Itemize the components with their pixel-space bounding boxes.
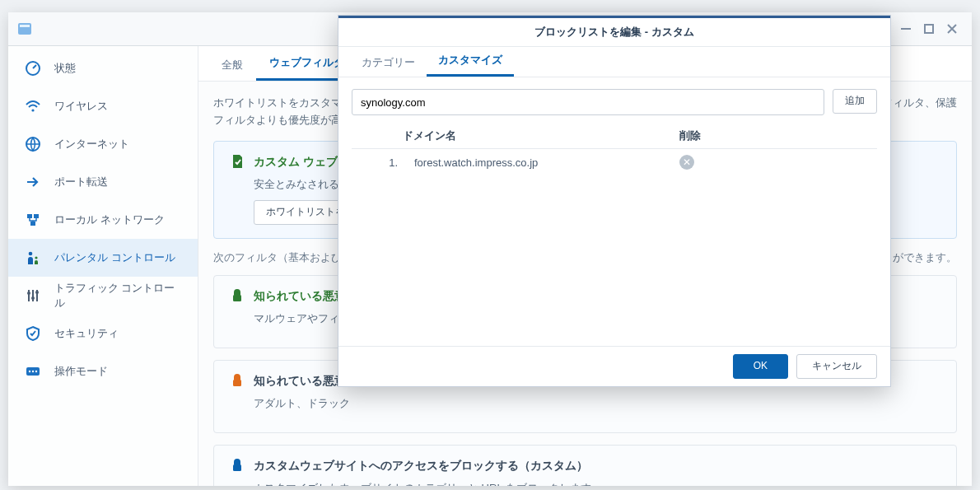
card-subtitle: アダルト、ドラック (254, 396, 941, 411)
svg-point-12 (27, 292, 30, 295)
domain-table-header: ドメイン名 削除 (352, 124, 877, 149)
minimize-button[interactable] (894, 17, 917, 40)
tab-general[interactable]: 全般 (208, 49, 256, 81)
shield-icon (23, 325, 43, 342)
sidebar-item-wireless[interactable]: ワイヤレス (8, 87, 198, 125)
card-subtitle: カスタマイズしたウェブサイトのカテゴリーと URL をブロックします。 (254, 481, 941, 486)
modal-tab-category[interactable]: カテゴリー (350, 49, 427, 77)
svg-point-14 (35, 291, 39, 294)
card-title: カスタムウェブサイトへのアクセスをブロックする（カスタム） (254, 459, 588, 474)
lock-orange-icon (229, 372, 245, 391)
svg-rect-8 (34, 214, 39, 218)
col-domain: ドメイン名 (398, 128, 674, 143)
sidebar-item-label: ワイヤレス (54, 99, 108, 114)
sidebar-item-traffic-control[interactable]: トラフィック コントロール (8, 277, 198, 315)
sidebar-item-status[interactable]: 状態 (8, 49, 198, 87)
svg-point-13 (31, 296, 35, 300)
svg-rect-9 (30, 222, 35, 226)
sidebar-item-label: 操作モード (54, 364, 108, 379)
modal-tab-customize[interactable]: カスタマイズ (427, 46, 514, 77)
svg-point-5 (31, 109, 34, 111)
file-check-icon (229, 153, 245, 172)
sliders-icon (23, 287, 43, 304)
svg-point-10 (29, 252, 33, 256)
wifi-icon (23, 98, 43, 114)
svg-point-18 (35, 371, 37, 372)
modal-title: ブロックリストを編集 - カスタム (338, 16, 890, 47)
sidebar-item-local-network[interactable]: ローカル ネットワーク (8, 201, 198, 239)
row-index: 1. (352, 156, 409, 169)
lock-blue-icon (229, 457, 245, 476)
sidebar-item-label: 状態 (54, 61, 76, 76)
globe-icon (23, 136, 43, 152)
svg-rect-19 (233, 295, 241, 301)
svg-rect-3 (925, 25, 933, 33)
sidebar-item-label: セキュリティ (54, 326, 119, 341)
sidebar-item-label: トラフィック コントロール (54, 281, 183, 310)
lan-icon (23, 212, 43, 228)
cancel-button[interactable]: キャンセル (796, 354, 877, 379)
svg-point-16 (29, 371, 30, 372)
sidebar-item-label: ポート転送 (54, 175, 108, 189)
svg-rect-7 (27, 214, 32, 218)
gauge-icon (23, 60, 43, 77)
table-row: 1. forest.watch.impress.co.jp ✕ (352, 149, 877, 175)
sidebar-item-internet[interactable]: インターネット (8, 125, 198, 163)
add-domain-button[interactable]: 追加 (833, 89, 877, 114)
svg-rect-1 (20, 25, 30, 27)
lock-green-icon (229, 287, 245, 306)
sidebar-item-label: ローカル ネットワーク (54, 212, 165, 227)
svg-rect-20 (233, 380, 241, 386)
row-domain: forest.watch.impress.co.jp (409, 156, 674, 169)
sidebar-item-label: インターネット (54, 137, 129, 152)
close-button[interactable] (940, 17, 964, 40)
sidebar: 状態 ワイヤレス インターネット ポート転送 ローカル ネットワーク パレンタル… (8, 46, 198, 486)
svg-rect-2 (901, 28, 911, 30)
sidebar-item-label: パレンタル コントロール (54, 250, 175, 265)
svg-rect-21 (233, 464, 241, 471)
sidebar-item-operation-mode[interactable]: 操作モード (8, 352, 198, 390)
modal-tabs: カテゴリー カスタマイズ (338, 47, 890, 77)
svg-point-11 (35, 256, 37, 259)
app-icon (16, 21, 33, 37)
custom-block-card: カスタムウェブサイトへのアクセスをブロックする（カスタム） カスタマイズしたウェ… (213, 445, 957, 486)
svg-point-17 (32, 371, 34, 372)
sidebar-item-security[interactable]: セキュリティ (8, 315, 198, 352)
modal-footer: OK キャンセル (338, 346, 890, 386)
parental-icon (23, 250, 43, 266)
col-delete: 削除 (674, 128, 877, 143)
blocklist-modal: ブロックリストを編集 - カスタム カテゴリー カスタマイズ 追加 ドメイン名 … (338, 15, 891, 387)
domain-input[interactable] (352, 89, 824, 115)
delete-row-button[interactable]: ✕ (679, 155, 694, 170)
ok-button[interactable]: OK (733, 354, 788, 379)
maximize-button[interactable] (917, 17, 940, 40)
sidebar-item-parental-control[interactable]: パレンタル コントロール (8, 239, 198, 277)
sidebar-item-port-forward[interactable]: ポート転送 (8, 163, 198, 201)
forward-icon (23, 174, 43, 190)
mode-icon (23, 363, 43, 380)
